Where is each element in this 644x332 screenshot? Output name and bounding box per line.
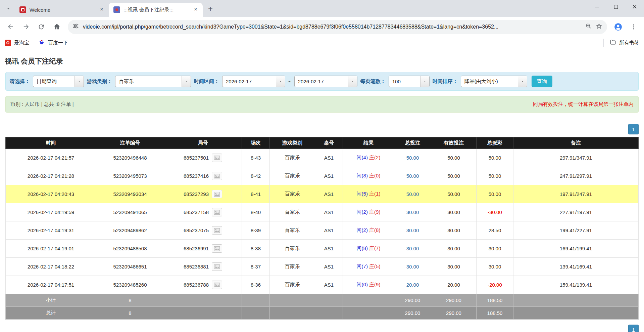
table-no-cell: AS1 [315, 203, 343, 221]
round-number: 685237416 [184, 173, 209, 179]
table-row: 2026-02-17 04:21:57523209496448685237501… [6, 149, 639, 167]
chevron-down-icon[interactable] [348, 76, 357, 87]
menu-kebab-icon[interactable] [627, 20, 641, 34]
note-cell: 247.91/297.91 [513, 167, 639, 185]
date-range-label: 时间区间： [194, 78, 219, 85]
url-bar[interactable]: videoie.com/ipl/portal.php/game/betrecor… [68, 20, 607, 34]
round-preview-button[interactable] [212, 262, 222, 271]
valid-bet-cell: 30.00 [431, 240, 477, 258]
browser-window: Welcome × :::视讯 会员下注纪录::: × + [0, 0, 644, 332]
bookmarks-bar: 爱淘宝 百度一下 所有书签 [0, 37, 644, 49]
sort-select[interactable]: 降幂(由大到小) [461, 76, 527, 87]
page-content: 视讯 会员下注纪录 请选择： 日期查询 游戏类别： 百家乐 时间区间： 2026… [0, 56, 644, 320]
minimize-button[interactable] [588, 0, 606, 13]
column-header: 游戏类别 [270, 137, 315, 149]
bet-time-cell: 2026-02-17 04:19:01 [6, 240, 96, 258]
chevron-down-icon[interactable] [182, 76, 191, 87]
result-cell: 闲(8) 庄(0) [343, 167, 394, 185]
bookmark-star-icon[interactable] [596, 23, 602, 31]
column-header: 备注 [513, 137, 639, 149]
tab-close-icon[interactable]: × [192, 6, 199, 13]
game-type-select[interactable]: 百家乐 [115, 76, 191, 87]
round-wrap: 685236788 [164, 281, 242, 289]
total-bet-link[interactable]: 50.00 [406, 191, 419, 197]
total-bet-link[interactable]: 30.00 [406, 264, 419, 269]
tab-close-icon[interactable]: × [98, 6, 105, 13]
result-player: 闲(4) [357, 155, 368, 160]
date-from-input[interactable]: 2026-02-17 [222, 76, 285, 87]
round-preview-button[interactable] [212, 190, 222, 198]
total-bet-link[interactable]: 20.00 [406, 282, 419, 288]
round-preview-button[interactable] [212, 172, 222, 180]
game-type-cell: 百家乐 [270, 185, 315, 203]
note-cell: 197.91/247.91 [513, 185, 639, 203]
valid-bet-cell: 30.00 [431, 258, 477, 276]
bookmark-baidu[interactable]: 百度一下 [39, 39, 68, 46]
url-text[interactable]: videoie.com/ipl/portal.php/game/betrecor… [83, 24, 581, 30]
table-no-cell: AS1 [315, 258, 343, 276]
chevron-down-icon[interactable] [276, 76, 285, 87]
footer-empty [513, 294, 639, 307]
round-cell: 685236881 [164, 258, 242, 276]
sort-label: 时间排序： [433, 78, 458, 85]
result-banker: 庄(9) [369, 282, 380, 287]
maximize-button[interactable] [606, 0, 625, 13]
chevron-down-icon[interactable] [75, 76, 84, 87]
footer-empty [343, 307, 394, 320]
result-banker: 庄(1) [369, 191, 380, 197]
session-cell: 8-39 [242, 221, 270, 240]
refresh-icon[interactable] [34, 20, 48, 34]
tab-bet-record[interactable]: :::视讯 会员下注纪录::: × [109, 3, 203, 17]
round-preview-button[interactable] [212, 244, 222, 253]
forward-icon[interactable] [19, 20, 33, 34]
chevron-down-icon[interactable] [420, 76, 429, 87]
total-bet-link[interactable]: 30.00 [406, 209, 419, 215]
total-bet-link[interactable]: 50.00 [406, 173, 419, 179]
valid-bet-cell: 30.00 [431, 221, 477, 240]
column-header: 局号 [164, 137, 242, 149]
tab-search-chevron-icon[interactable] [3, 3, 14, 14]
table-row: 2026-02-17 04:17:51523209485260685236788… [6, 276, 639, 294]
zoom-icon[interactable] [585, 23, 592, 31]
footer-empty [164, 307, 242, 320]
round-wrap: 685236881 [164, 262, 242, 271]
page-1-button[interactable]: 1 [628, 124, 639, 134]
total-bet-cell: 20.00 [394, 276, 431, 294]
total-bet-link[interactable]: 30.00 [406, 227, 419, 233]
all-bookmarks-button[interactable]: 所有书签 [603, 39, 639, 47]
search-button[interactable]: 查询 [532, 76, 552, 87]
session-cell: 8-38 [242, 240, 270, 258]
note-cell: 227.91/197.91 [513, 203, 639, 221]
profile-avatar[interactable] [611, 20, 625, 34]
date-to-input[interactable]: 2026-02-17 [294, 76, 357, 87]
back-icon[interactable] [3, 20, 17, 34]
site-info-icon[interactable] [72, 23, 79, 31]
summary-bar: 币别 : 人民币 | 总共 :8 注单 | 同局有效投注，统一计算在该局第一张注… [5, 96, 639, 113]
round-wrap: 685237293 [164, 190, 242, 198]
footer-empty [242, 307, 270, 320]
tab-welcome[interactable]: Welcome × [15, 3, 109, 17]
folder-icon [610, 39, 616, 46]
round-number: 685236881 [184, 264, 209, 269]
round-number: 685237293 [184, 191, 209, 197]
close-window-button[interactable] [625, 0, 644, 13]
round-preview-button[interactable] [212, 281, 222, 289]
game-type-cell: 百家乐 [270, 276, 315, 294]
round-preview-button[interactable] [212, 208, 222, 216]
total-bet-link[interactable]: 30.00 [406, 246, 419, 251]
total-bet-link[interactable]: 50.00 [406, 155, 419, 161]
round-preview-button[interactable] [212, 226, 222, 235]
new-tab-button[interactable]: + [205, 3, 216, 14]
mode-select[interactable]: 日期查询 [33, 76, 84, 87]
session-cell: 8-43 [242, 149, 270, 167]
round-wrap: 685237158 [164, 208, 242, 216]
total-bet-cell: 30.00 [394, 221, 431, 240]
page-size-select[interactable]: 100 [389, 76, 430, 87]
home-icon[interactable] [50, 20, 64, 34]
page-1-button[interactable]: 1 [628, 325, 639, 332]
chevron-down-icon[interactable] [518, 76, 527, 87]
round-preview-button[interactable] [212, 154, 222, 162]
column-header: 桌号 [315, 137, 343, 149]
result-banker: 庄(2) [369, 155, 380, 160]
bookmark-aitaobao[interactable]: 爱淘宝 [5, 40, 29, 46]
